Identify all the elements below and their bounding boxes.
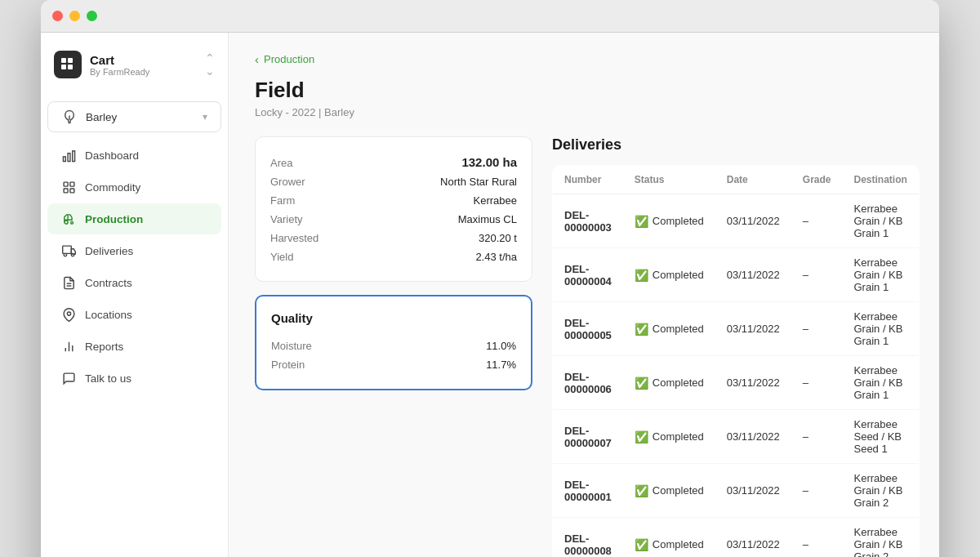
delivery-date: 03/11/2022 xyxy=(715,464,791,518)
close-button[interactable] xyxy=(52,11,63,21)
chart-bar-icon xyxy=(60,147,77,163)
delivery-number[interactable]: DEL-00000006 xyxy=(553,356,623,410)
sidebar-item-contracts[interactable]: Contracts xyxy=(47,267,221,298)
moisture-label: Moisture xyxy=(271,340,312,352)
table-header: Number Status Date Grade Destination xyxy=(553,166,920,194)
app-body: Cart By FarmReady ⌃⌄ Barley ▾ xyxy=(41,33,939,557)
delivery-destination: Kerrabee Grain / KB Grain 2 xyxy=(842,464,919,518)
sidebar-item-label: Production xyxy=(85,213,143,225)
completed-icon: ✅ xyxy=(635,269,648,282)
yield-label: Yield xyxy=(270,251,293,263)
svg-rect-10 xyxy=(64,188,68,192)
moisture-value: 11.0% xyxy=(486,340,516,352)
commodity-selector[interactable]: Barley ▾ xyxy=(47,101,221,132)
content-grid: Area 132.00 ha Grower North Star Rural F… xyxy=(255,136,913,557)
svg-point-13 xyxy=(70,221,73,224)
status-text: Completed xyxy=(653,377,704,389)
sidebar-item-label: Contracts xyxy=(85,277,132,289)
delivery-status: ✅ Completed xyxy=(623,410,715,464)
document-icon xyxy=(60,274,77,291)
svg-rect-15 xyxy=(62,246,71,253)
breadcrumb[interactable]: ‹ Production xyxy=(255,52,913,66)
maximize-button[interactable] xyxy=(87,11,97,21)
svg-point-16 xyxy=(64,253,67,256)
brand-icon xyxy=(54,51,82,78)
status-text: Completed xyxy=(653,215,704,227)
svg-rect-9 xyxy=(69,182,74,186)
grower-value: North Star Rural xyxy=(440,176,517,188)
delivery-number[interactable]: DEL-00000008 xyxy=(553,518,623,558)
page-title: Field xyxy=(255,78,913,103)
brand-left: Cart By FarmReady xyxy=(54,51,149,78)
header-row: Number Status Date Grade Destination xyxy=(553,166,920,194)
chat-icon xyxy=(60,370,77,386)
delivery-number[interactable]: DEL-00000001 xyxy=(553,464,623,518)
delivery-grade: – xyxy=(791,410,843,464)
deliveries-title: Deliveries xyxy=(552,136,920,154)
table-row: DEL-00000008 ✅ Completed 03/11/2022 – Ke… xyxy=(553,518,920,558)
svg-rect-1 xyxy=(68,58,73,63)
sidebar-item-label: Dashboard xyxy=(85,149,139,162)
delivery-grade: – xyxy=(791,356,843,410)
farm-row: Farm Kerrabee xyxy=(270,191,517,210)
app-window: Cart By FarmReady ⌃⌄ Barley ▾ xyxy=(41,0,939,557)
protein-row: Protein 11.7% xyxy=(271,355,516,374)
completed-icon: ✅ xyxy=(635,430,648,443)
delivery-destination: Kerrabee Grain / KB Grain 2 xyxy=(842,518,919,558)
deliveries-section: Deliveries Number Status Date Grade Dest… xyxy=(552,136,920,557)
sidebar: Cart By FarmReady ⌃⌄ Barley ▾ xyxy=(41,33,229,557)
quality-card: Quality Moisture 11.0% Protein 11.7% xyxy=(255,295,532,390)
sidebar-item-reports[interactable]: Reports xyxy=(47,331,221,362)
variety-label: Variety xyxy=(270,213,303,225)
yield-value: 2.43 t/ha xyxy=(475,251,517,263)
delivery-number[interactable]: DEL-00000005 xyxy=(553,302,623,356)
sidebar-item-locations[interactable]: Locations xyxy=(47,299,221,330)
sidebar-item-production[interactable]: Production xyxy=(47,203,221,234)
brand-text: Cart By FarmReady xyxy=(90,53,149,77)
sidebar-brand[interactable]: Cart By FarmReady ⌃⌄ xyxy=(41,46,228,95)
minimize-button[interactable] xyxy=(69,11,80,21)
delivery-status: ✅ Completed xyxy=(623,356,715,410)
svg-rect-7 xyxy=(72,150,74,161)
farm-value: Kerrabee xyxy=(474,194,517,207)
delivery-number[interactable]: DEL-00000003 xyxy=(553,194,623,248)
delivery-grade: – xyxy=(791,518,843,558)
variety-value: Maximus CL xyxy=(458,213,517,225)
truck-icon xyxy=(60,243,77,259)
sidebar-item-label: Locations xyxy=(85,309,132,321)
area-label: Area xyxy=(270,157,292,169)
svg-rect-2 xyxy=(61,65,66,69)
delivery-status: ✅ Completed xyxy=(623,464,715,518)
delivery-status: ✅ Completed xyxy=(623,194,715,248)
sidebar-item-label: Deliveries xyxy=(85,245,133,257)
sidebar-item-commodity[interactable]: Commodity xyxy=(47,172,221,203)
sidebar-item-talk[interactable]: Talk to us xyxy=(47,363,221,394)
sidebar-item-label: Reports xyxy=(85,341,123,353)
harvested-value: 320.20 t xyxy=(479,232,517,244)
delivery-status: ✅ Completed xyxy=(623,248,715,302)
moisture-row: Moisture 11.0% xyxy=(271,336,516,355)
table-row: DEL-00000007 ✅ Completed 03/11/2022 – Ke… xyxy=(553,410,920,464)
main-content: ‹ Production Field Locky - 2022 | Barley… xyxy=(229,33,939,557)
delivery-date: 03/11/2022 xyxy=(715,302,791,356)
farm-label: Farm xyxy=(270,194,295,207)
delivery-grade: – xyxy=(791,302,843,356)
area-value: 132.00 ha xyxy=(461,155,517,169)
delivery-number[interactable]: DEL-00000007 xyxy=(553,410,623,464)
completed-icon: ✅ xyxy=(635,484,648,497)
sidebar-nav: Dashboard Commodity xyxy=(41,139,228,557)
commodity-label: Barley xyxy=(86,111,203,123)
page-subtitle: Locky - 2022 | Barley xyxy=(255,106,913,118)
svg-point-17 xyxy=(71,253,74,256)
back-arrow-icon: ‹ xyxy=(255,52,259,66)
area-row: Area 132.00 ha xyxy=(270,152,517,172)
delivery-number[interactable]: DEL-00000004 xyxy=(553,248,623,302)
protein-label: Protein xyxy=(271,359,305,371)
completed-icon: ✅ xyxy=(635,323,648,336)
reports-icon xyxy=(60,338,77,354)
sidebar-item-deliveries[interactable]: Deliveries xyxy=(47,235,221,266)
sidebar-item-dashboard[interactable]: Dashboard xyxy=(47,140,221,171)
table-row: DEL-00000005 ✅ Completed 03/11/2022 – Ke… xyxy=(553,302,920,356)
col-number: Number xyxy=(553,166,623,194)
tractor-icon xyxy=(60,211,77,227)
